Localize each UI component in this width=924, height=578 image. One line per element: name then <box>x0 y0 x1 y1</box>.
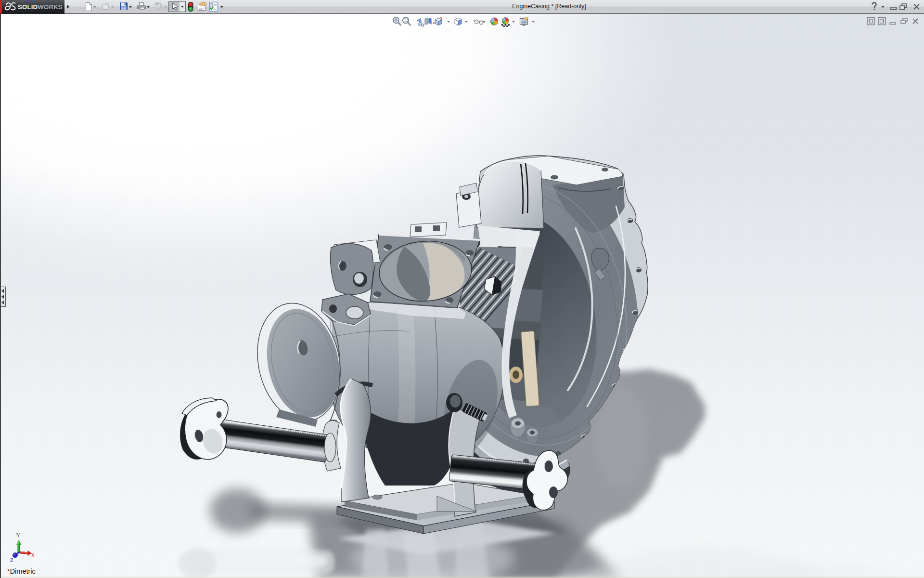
svg-text:X: X <box>31 552 35 558</box>
svg-text:SOLIDWORKS: SOLIDWORKS <box>18 3 63 11</box>
svg-text:Y: Y <box>16 532 21 539</box>
svg-text:Z: Z <box>10 557 13 563</box>
